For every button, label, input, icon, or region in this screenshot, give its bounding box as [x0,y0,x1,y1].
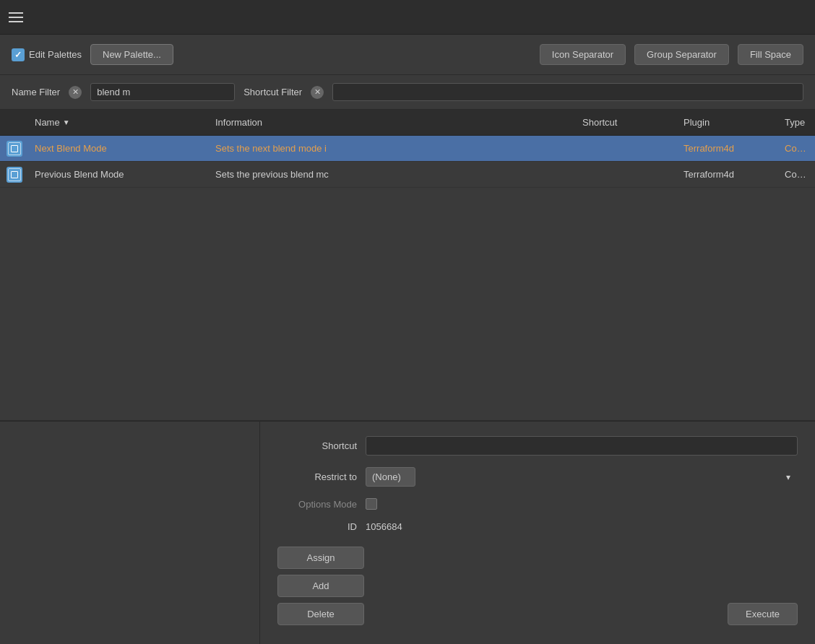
row-type: Command [779,143,815,154]
edit-palettes-label: Edit Palettes [29,49,82,60]
options-mode-checkbox[interactable] [366,498,377,510]
col-name[interactable]: Name ▼ [29,117,210,128]
add-button[interactable]: Add [277,575,364,597]
command-icon [7,167,22,183]
shortcut-label: Shortcut [277,440,357,451]
bottom-panel: Shortcut Restrict to (None) Viewport Mod… [0,420,815,644]
restrict-to-select-wrapper: (None) Viewport Modeler ▾ [366,467,798,487]
col-information: Information [210,117,577,128]
row-icon [0,167,29,183]
edit-palettes-checkbox[interactable] [12,48,25,61]
header-bar [0,0,815,35]
row-plugin: Terraform4d [678,143,779,154]
id-value: 1056684 [366,521,402,532]
col-type: Type [779,117,815,128]
top-section: Edit Palettes New Palette... Icon Separa… [0,35,815,420]
row-plugin: Terraform4d [678,169,779,180]
hamburger-menu-icon[interactable] [9,9,26,26]
action-buttons-column: Assign Add Delete [277,547,364,625]
restrict-to-row: Restrict to (None) Viewport Modeler ▾ [277,467,798,487]
bottom-right-panel: Shortcut Restrict to (None) Viewport Mod… [260,422,815,644]
col-plugin: Plugin [678,117,779,128]
edit-palettes-group: Edit Palettes [12,48,82,61]
shortcut-row: Shortcut [277,436,798,456]
shortcut-input[interactable] [366,436,798,456]
delete-button[interactable]: Delete [277,603,364,625]
col-shortcut: Shortcut [577,117,678,128]
name-filter-label: Name Filter [12,87,60,97]
command-icon [7,141,22,157]
row-information: Sets the next blend mode i [210,143,577,154]
main-content: Edit Palettes New Palette... Icon Separa… [0,35,815,644]
group-separator-button[interactable]: Group Separator [634,44,729,65]
options-mode-label: Options Mode [277,499,357,510]
id-row: ID 1056684 [277,521,798,532]
shortcut-filter-label: Shortcut Filter [243,87,302,97]
table-row[interactable]: Next Blend Mode Sets the next blend mode… [0,136,815,162]
table-header: Name ▼ Information Shortcut Plugin Type [0,110,815,136]
icon-separator-button[interactable]: Icon Separator [540,44,626,65]
execute-button[interactable]: Execute [728,603,798,625]
row-name: Previous Blend Mode [29,169,210,180]
action-buttons-row: Assign Add Delete Execute [277,547,798,625]
row-type: Command [779,169,815,180]
name-sort-arrow: ▼ [63,118,70,126]
restrict-to-select[interactable]: (None) Viewport Modeler [366,467,415,487]
table-row[interactable]: Previous Blend Mode Sets the previous bl… [0,162,815,188]
bottom-left-panel [0,422,260,644]
assign-button[interactable]: Assign [277,547,364,569]
new-palette-button[interactable]: New Palette... [90,44,173,65]
name-filter-clear-button[interactable]: ✕ [69,86,82,99]
options-mode-row: Options Mode [277,498,798,510]
fill-space-button[interactable]: Fill Space [738,44,803,65]
row-name: Next Blend Mode [29,143,210,154]
select-arrow-icon: ▾ [786,472,790,482]
id-label: ID [277,521,357,532]
restrict-to-label: Restrict to [277,471,357,482]
commands-table: Name ▼ Information Shortcut Plugin Type [0,110,815,420]
toolbar: Edit Palettes New Palette... Icon Separa… [0,35,815,75]
name-filter-input[interactable] [90,83,235,101]
shortcut-filter-input[interactable] [332,83,803,101]
shortcut-filter-clear-button[interactable]: ✕ [311,86,324,99]
row-icon [0,141,29,157]
row-information: Sets the previous blend mc [210,169,577,180]
filter-row: Name Filter ✕ Shortcut Filter ✕ [0,75,815,110]
